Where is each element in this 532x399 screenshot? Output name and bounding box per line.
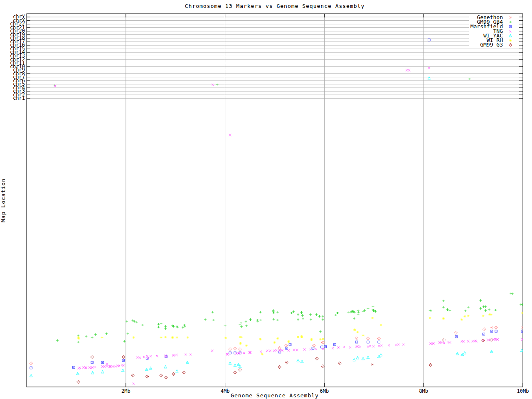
legend-marker-dot-icon	[510, 35, 510, 36]
data-point-dots-WI-YAC	[31, 78, 522, 376]
legend-marker-asterisk-icon	[509, 39, 512, 42]
series-TNG	[54, 67, 523, 384]
legend-marker-dot-icon	[510, 26, 510, 27]
legend-label-GM99-G3: GM99 G3	[480, 42, 503, 48]
legend-marker-dot-icon	[510, 44, 510, 45]
data-points-Genethon	[30, 326, 524, 365]
x-tick-label-2Mb: 2Mb	[121, 388, 131, 394]
data-point-dots-Marshfield	[31, 39, 522, 368]
x-tick-label-6Mb: 6Mb	[320, 388, 329, 394]
plot-border	[27, 14, 523, 387]
x-tick-label-10Mb: 10Mb	[517, 388, 529, 394]
chart-container: GenethonGM99 GB4MarshfieldTNGWI YACWI RH…	[0, 0, 532, 399]
data-points-layer	[30, 39, 524, 385]
legend: GenethonGM99 GB4MarshfieldTNGWI YACWI RH…	[469, 14, 522, 48]
series-Genethon	[30, 326, 524, 365]
data-point-dots-Genethon	[31, 327, 522, 363]
legend-marker-dot-icon	[510, 17, 510, 17]
data-point-dots-GM99-G3	[78, 340, 491, 382]
series-GM99-GB4	[54, 78, 524, 343]
y-axis-label: Map Location	[0, 178, 6, 222]
data-points-GM99-GB4	[54, 78, 524, 343]
scatter-chart-canvas: GenethonGM99 GB4MarshfieldTNGWI YACWI RH…	[0, 0, 532, 399]
chart-title: Chromosome 13 Markers vs Genome Sequence…	[185, 3, 365, 9]
series-WI-YAC	[30, 76, 523, 377]
series-Marshfield	[30, 39, 524, 369]
data-points-WI-YAC	[30, 76, 523, 377]
data-points-TNG	[54, 67, 523, 384]
x-tick-label-8Mb: 8Mb	[419, 388, 428, 394]
x-tick-label-4Mb: 4Mb	[221, 388, 230, 394]
y-tick-label-chr1: chr1	[13, 95, 25, 101]
gridlines-layer	[27, 14, 523, 387]
plot-frame	[27, 14, 523, 387]
x-axis-label: Genome Sequence Assembly	[231, 392, 319, 399]
data-points-Marshfield	[30, 39, 524, 369]
